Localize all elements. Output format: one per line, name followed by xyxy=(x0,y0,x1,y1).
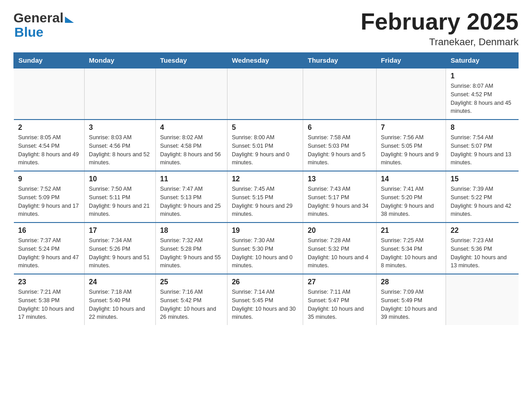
day-info-line: Daylight: 10 hours and 4 minutes. xyxy=(308,253,371,270)
logo: General Blue xyxy=(13,9,74,39)
day-info-line: Daylight: 9 hours and 17 minutes. xyxy=(18,202,80,219)
day-info-line: Sunrise: 7:54 AM xyxy=(450,133,514,142)
day-info-line: Daylight: 9 hours and 34 minutes. xyxy=(308,202,371,219)
day-info-line: Daylight: 9 hours and 0 minutes. xyxy=(232,150,299,167)
calendar-cell: 22Sunrise: 7:23 AMSunset: 5:36 PMDayligh… xyxy=(446,223,519,274)
day-info-line: Sunrise: 7:09 AM xyxy=(381,288,442,296)
day-info-line: Daylight: 9 hours and 55 minutes. xyxy=(160,253,223,270)
calendar-cell: 19Sunrise: 7:30 AMSunset: 5:30 PMDayligh… xyxy=(227,223,303,274)
calendar-cell xyxy=(155,68,227,120)
weekday-header-wednesday: Wednesday xyxy=(227,53,303,68)
logo-actual: General Blue xyxy=(13,11,74,39)
day-info-line: Daylight: 8 hours and 49 minutes. xyxy=(18,150,80,167)
calendar-table: SundayMondayTuesdayWednesdayThursdayFrid… xyxy=(13,52,519,325)
day-info-line: Daylight: 10 hours and 0 minutes. xyxy=(232,253,299,270)
calendar-cell: 10Sunrise: 7:50 AMSunset: 5:11 PMDayligh… xyxy=(84,171,155,223)
day-info-line: Sunset: 5:34 PM xyxy=(381,245,442,253)
day-info-line: Sunrise: 7:43 AM xyxy=(308,185,371,193)
day-number: 11 xyxy=(160,175,223,183)
calendar-cell xyxy=(303,68,376,120)
day-info-line: Sunset: 5:03 PM xyxy=(308,142,371,150)
day-number: 14 xyxy=(381,175,442,183)
day-info-line: Sunset: 5:49 PM xyxy=(381,296,442,305)
day-number: 18 xyxy=(160,227,223,235)
day-info-line: Sunset: 5:26 PM xyxy=(89,245,151,253)
day-info-line: Sunrise: 7:18 AM xyxy=(89,288,151,296)
calendar-cell: 7Sunrise: 7:56 AMSunset: 5:05 PMDaylight… xyxy=(376,120,446,171)
day-info-line: Daylight: 10 hours and 8 minutes. xyxy=(381,253,442,270)
day-info-line: Daylight: 9 hours and 13 minutes. xyxy=(450,150,514,167)
calendar-cell xyxy=(84,68,155,120)
day-info-line: Sunset: 5:05 PM xyxy=(381,142,442,150)
day-info-line: Sunset: 5:45 PM xyxy=(232,296,299,305)
calendar-cell: 14Sunrise: 7:41 AMSunset: 5:20 PMDayligh… xyxy=(376,171,446,223)
day-info-line: Sunset: 5:24 PM xyxy=(18,245,80,253)
day-number: 1 xyxy=(450,72,514,80)
day-info-line: Daylight: 9 hours and 29 minutes. xyxy=(232,202,299,219)
calendar-cell: 27Sunrise: 7:11 AMSunset: 5:47 PMDayligh… xyxy=(303,274,376,325)
calendar-cell: 25Sunrise: 7:16 AMSunset: 5:42 PMDayligh… xyxy=(155,274,227,325)
calendar-week-row: 16Sunrise: 7:37 AMSunset: 5:24 PMDayligh… xyxy=(14,223,519,274)
day-info-line: Sunrise: 7:28 AM xyxy=(308,236,371,245)
day-number: 16 xyxy=(18,227,80,235)
day-info-line: Sunset: 4:54 PM xyxy=(18,142,80,150)
day-info-line: Daylight: 9 hours and 38 minutes. xyxy=(381,202,442,219)
day-info-line: Sunrise: 7:11 AM xyxy=(308,288,371,296)
weekday-header-monday: Monday xyxy=(84,53,155,68)
calendar-cell xyxy=(227,68,303,120)
page-header: General Blue February 2025 Tranekaer, De… xyxy=(13,9,519,48)
calendar-cell: 28Sunrise: 7:09 AMSunset: 5:49 PMDayligh… xyxy=(376,274,446,325)
day-number: 28 xyxy=(381,278,442,286)
month-title: February 2025 xyxy=(360,9,519,34)
calendar-week-row: 1Sunrise: 8:07 AMSunset: 4:52 PMDaylight… xyxy=(14,68,519,120)
day-info-line: Daylight: 10 hours and 39 minutes. xyxy=(381,305,442,322)
day-number: 17 xyxy=(89,227,151,235)
logo-blue-text: Blue xyxy=(14,26,74,39)
day-number: 27 xyxy=(308,278,371,286)
day-number: 24 xyxy=(89,278,151,286)
day-info-line: Daylight: 9 hours and 51 minutes. xyxy=(89,253,151,270)
day-info-line: Sunset: 5:09 PM xyxy=(18,193,80,202)
day-info-line: Sunrise: 8:05 AM xyxy=(18,133,80,142)
weekday-header-thursday: Thursday xyxy=(303,53,376,68)
day-info-line: Sunset: 5:38 PM xyxy=(18,296,80,305)
calendar-cell: 9Sunrise: 7:52 AMSunset: 5:09 PMDaylight… xyxy=(14,171,85,223)
day-info-line: Sunrise: 7:16 AM xyxy=(160,288,223,296)
day-info-line: Daylight: 9 hours and 21 minutes. xyxy=(89,202,151,219)
day-info-line: Sunrise: 7:14 AM xyxy=(232,288,299,296)
day-info-line: Sunset: 5:47 PM xyxy=(308,296,371,305)
calendar-cell: 18Sunrise: 7:32 AMSunset: 5:28 PMDayligh… xyxy=(155,223,227,274)
day-info-line: Daylight: 10 hours and 30 minutes. xyxy=(232,305,299,322)
location-label: Tranekaer, Denmark xyxy=(360,36,519,48)
calendar-cell: 23Sunrise: 7:21 AMSunset: 5:38 PMDayligh… xyxy=(14,274,85,325)
day-info-line: Sunset: 5:20 PM xyxy=(381,193,442,202)
day-info-line: Daylight: 9 hours and 47 minutes. xyxy=(18,253,80,270)
weekday-header-sunday: Sunday xyxy=(14,53,85,68)
calendar-cell: 13Sunrise: 7:43 AMSunset: 5:17 PMDayligh… xyxy=(303,171,376,223)
day-number: 20 xyxy=(308,227,371,235)
calendar-cell: 16Sunrise: 7:37 AMSunset: 5:24 PMDayligh… xyxy=(14,223,85,274)
calendar-cell: 15Sunrise: 7:39 AMSunset: 5:22 PMDayligh… xyxy=(446,171,519,223)
day-info-line: Sunset: 5:01 PM xyxy=(232,142,299,150)
day-info-line: Daylight: 8 hours and 52 minutes. xyxy=(89,150,151,167)
weekday-header-friday: Friday xyxy=(376,53,446,68)
day-info-line: Sunrise: 7:32 AM xyxy=(160,236,223,245)
calendar-cell: 1Sunrise: 8:07 AMSunset: 4:52 PMDaylight… xyxy=(446,68,519,120)
day-info-line: Sunrise: 7:58 AM xyxy=(308,133,371,142)
day-number: 15 xyxy=(450,175,514,183)
calendar-cell: 4Sunrise: 8:02 AMSunset: 4:58 PMDaylight… xyxy=(155,120,227,171)
day-info-line: Sunrise: 8:07 AM xyxy=(450,82,514,90)
day-info-line: Daylight: 10 hours and 26 minutes. xyxy=(160,305,223,322)
day-info-line: Sunset: 5:42 PM xyxy=(160,296,223,305)
logo-general-text: General xyxy=(13,11,64,25)
day-info-line: Sunset: 5:17 PM xyxy=(308,193,371,202)
day-info-line: Sunrise: 7:21 AM xyxy=(18,288,80,296)
day-info-line: Daylight: 9 hours and 25 minutes. xyxy=(160,202,223,219)
day-number: 6 xyxy=(308,124,371,132)
day-info-line: Daylight: 10 hours and 13 minutes. xyxy=(450,253,514,270)
day-info-line: Sunrise: 7:47 AM xyxy=(160,185,223,193)
day-number: 10 xyxy=(89,175,151,183)
day-info-line: Sunrise: 7:50 AM xyxy=(89,185,151,193)
day-info-line: Sunset: 5:36 PM xyxy=(450,245,514,253)
day-number: 22 xyxy=(450,227,514,235)
